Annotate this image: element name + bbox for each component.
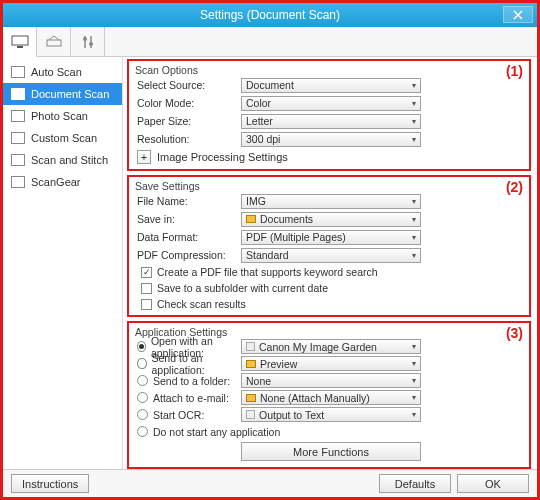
label-check-results: Check scan results bbox=[157, 298, 246, 310]
chevron-down-icon: ▾ bbox=[412, 410, 416, 419]
document-icon bbox=[11, 88, 25, 100]
sidebar-item-label: Photo Scan bbox=[31, 110, 88, 122]
close-icon bbox=[513, 10, 523, 20]
combo-send-app[interactable]: Preview▾ bbox=[241, 356, 421, 371]
radio-open-app[interactable] bbox=[137, 341, 146, 352]
close-button[interactable] bbox=[503, 6, 533, 23]
label-keyword-search: Create a PDF file that supports keyword … bbox=[157, 266, 378, 278]
combo-data-format[interactable]: PDF (Multiple Pages)▾ bbox=[241, 230, 421, 245]
chevron-down-icon: ▾ bbox=[412, 393, 416, 402]
radio-send-app[interactable] bbox=[137, 358, 147, 369]
combo-open-app[interactable]: Canon My Image Garden▾ bbox=[241, 339, 421, 354]
annotation-3: (3) bbox=[506, 325, 523, 341]
combo-save-in[interactable]: Documents▾ bbox=[241, 212, 421, 227]
svg-point-6 bbox=[89, 42, 93, 46]
combo-paper-size[interactable]: Letter▾ bbox=[241, 114, 421, 129]
radio-no-start[interactable] bbox=[137, 426, 148, 437]
annotation-2: (2) bbox=[506, 179, 523, 195]
combo-select-source[interactable]: Document▾ bbox=[241, 78, 421, 93]
chevron-down-icon: ▾ bbox=[412, 376, 416, 385]
monitor-icon bbox=[11, 35, 29, 49]
chevron-down-icon: ▾ bbox=[412, 342, 416, 351]
titlebar: Settings (Document Scan) bbox=[3, 3, 537, 27]
tab-general-settings[interactable] bbox=[71, 27, 105, 57]
custom-icon bbox=[11, 132, 25, 144]
sidebar-item-custom-scan[interactable]: Custom Scan bbox=[3, 127, 122, 149]
sidebar-item-auto-scan[interactable]: Auto Scan bbox=[3, 61, 122, 83]
group-title: Save Settings bbox=[129, 177, 529, 192]
label-paper-size: Paper Size: bbox=[137, 115, 241, 127]
ok-button[interactable]: OK bbox=[457, 474, 529, 493]
label-send-app: Send to an application: bbox=[152, 352, 241, 376]
sidebar-item-label: Document Scan bbox=[31, 88, 109, 100]
scanner-icon bbox=[45, 35, 63, 49]
label-image-processing: Image Processing Settings bbox=[157, 151, 288, 163]
window-title: Settings (Document Scan) bbox=[200, 8, 340, 22]
folder-icon bbox=[246, 215, 256, 223]
chevron-down-icon: ▾ bbox=[412, 215, 416, 224]
sidebar-item-label: Auto Scan bbox=[31, 66, 82, 78]
label-pdf-compression: PDF Compression: bbox=[137, 249, 241, 261]
tab-scan-from-computer[interactable] bbox=[3, 27, 37, 57]
app-icon bbox=[246, 410, 255, 419]
svg-rect-2 bbox=[47, 40, 61, 46]
combo-pdf-compression[interactable]: Standard▾ bbox=[241, 248, 421, 263]
svg-point-4 bbox=[83, 37, 87, 41]
label-save-in: Save in: bbox=[137, 213, 241, 225]
chevron-down-icon: ▾ bbox=[412, 117, 416, 126]
checkbox-check-results[interactable] bbox=[141, 299, 152, 310]
group-save-settings: (2) Save Settings File Name: IMG▾ Save i… bbox=[127, 175, 531, 317]
radio-start-ocr[interactable] bbox=[137, 409, 148, 420]
main-panel: (1) Scan Options Select Source: Document… bbox=[123, 57, 537, 469]
label-send-folder: Send to a folder: bbox=[153, 375, 230, 387]
document-icon bbox=[11, 66, 25, 78]
combo-attach-email[interactable]: None (Attach Manually)▾ bbox=[241, 390, 421, 405]
radio-attach-email[interactable] bbox=[137, 392, 148, 403]
label-subfolder: Save to a subfolder with current date bbox=[157, 282, 328, 294]
defaults-button[interactable]: Defaults bbox=[379, 474, 451, 493]
more-functions-button[interactable]: More Functions bbox=[241, 442, 421, 461]
combo-send-folder[interactable]: None▾ bbox=[241, 373, 421, 388]
radio-send-folder[interactable] bbox=[137, 375, 148, 386]
sidebar-item-photo-scan[interactable]: Photo Scan bbox=[3, 105, 122, 127]
folder-icon bbox=[246, 360, 256, 368]
sidebar-item-scangear[interactable]: ScanGear bbox=[3, 171, 122, 193]
chevron-down-icon: ▾ bbox=[412, 233, 416, 242]
expand-button[interactable]: + bbox=[137, 150, 151, 164]
sidebar-item-scan-stitch[interactable]: Scan and Stitch bbox=[3, 149, 122, 171]
label-color-mode: Color Mode: bbox=[137, 97, 241, 109]
svg-rect-1 bbox=[17, 46, 23, 48]
stitch-icon bbox=[11, 154, 25, 166]
app-icon bbox=[246, 342, 255, 351]
label-attach-email: Attach to e-mail: bbox=[153, 392, 229, 404]
checkbox-keyword-search[interactable]: ✓ bbox=[141, 267, 152, 278]
group-scan-options: (1) Scan Options Select Source: Document… bbox=[127, 59, 531, 171]
checkbox-subfolder[interactable] bbox=[141, 283, 152, 294]
chevron-down-icon: ▾ bbox=[412, 81, 416, 90]
sidebar: Auto Scan Document Scan Photo Scan Custo… bbox=[3, 57, 123, 469]
sidebar-item-label: Custom Scan bbox=[31, 132, 97, 144]
tab-scan-from-panel[interactable] bbox=[37, 27, 71, 57]
label-data-format: Data Format: bbox=[137, 231, 241, 243]
folder-icon bbox=[246, 394, 256, 402]
chevron-down-icon: ▾ bbox=[412, 251, 416, 260]
dialog-window: Settings (Document Scan) Auto Scan Docum… bbox=[0, 0, 540, 500]
combo-resolution[interactable]: 300 dpi▾ bbox=[241, 132, 421, 147]
sliders-icon bbox=[80, 34, 96, 50]
instructions-button[interactable]: Instructions bbox=[11, 474, 89, 493]
label-no-start: Do not start any application bbox=[153, 426, 280, 438]
group-application-settings: (3) Application Settings Open with an ap… bbox=[127, 321, 531, 469]
sidebar-item-document-scan[interactable]: Document Scan bbox=[3, 83, 122, 105]
combo-file-name[interactable]: IMG▾ bbox=[241, 194, 421, 209]
label-file-name: File Name: bbox=[137, 195, 241, 207]
label-start-ocr: Start OCR: bbox=[153, 409, 204, 421]
label-resolution: Resolution: bbox=[137, 133, 241, 145]
chevron-down-icon: ▾ bbox=[412, 135, 416, 144]
svg-rect-0 bbox=[12, 36, 28, 45]
label-select-source: Select Source: bbox=[137, 79, 241, 91]
combo-start-ocr[interactable]: Output to Text▾ bbox=[241, 407, 421, 422]
combo-color-mode[interactable]: Color▾ bbox=[241, 96, 421, 111]
sidebar-item-label: Scan and Stitch bbox=[31, 154, 108, 166]
sidebar-item-label: ScanGear bbox=[31, 176, 81, 188]
footer: Instructions Defaults OK bbox=[3, 469, 537, 497]
